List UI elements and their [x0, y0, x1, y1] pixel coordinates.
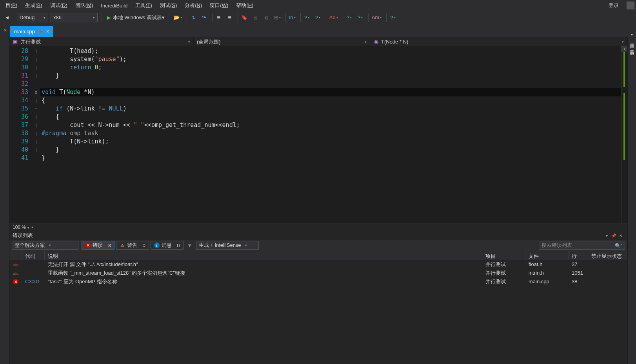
toggle-icon[interactable]: ⊞▾: [273, 13, 282, 22]
play-icon: ▶: [107, 15, 111, 20]
help-5-icon[interactable]: ?▾: [388, 13, 398, 22]
nav-scope-combo[interactable]: (全局范围)▾: [194, 37, 370, 46]
warnings-filter[interactable]: ⚠ 警告 0: [116, 241, 149, 250]
comment-icon[interactable]: ⎘: [251, 13, 260, 22]
help-1-icon[interactable]: ?▾: [302, 13, 312, 22]
step-into-icon[interactable]: ↴: [189, 13, 198, 22]
info-icon: i: [154, 243, 160, 248]
search-icon: 🔍▾: [615, 243, 622, 248]
menu-item[interactable]: 测试(S): [156, 0, 181, 11]
user-avatar[interactable]: [627, 2, 634, 9]
error-row[interactable]: abc无法打开 源 文件 "../../vc/include/float.h"并…: [9, 260, 627, 269]
uncomment-icon[interactable]: ⎗: [262, 13, 271, 22]
error-scope-combo[interactable]: 整个解决方案▾: [12, 241, 78, 250]
menu-item[interactable]: 目(P): [2, 0, 21, 11]
menu-item[interactable]: IncrediBuild: [97, 1, 131, 10]
menu-item[interactable]: 团队(M): [71, 0, 97, 11]
project-icon: ▣: [13, 39, 18, 45]
split-icon[interactable]: ↕: [621, 46, 627, 52]
menu-item[interactable]: 工具(T): [131, 0, 156, 11]
intellisense-icon: abc: [13, 272, 19, 275]
close-all-icon[interactable]: ✕: [2, 27, 9, 34]
error-row[interactable]: ✕C3001"task": 应为 OpenMP 指令名称并行测试main.cpp…: [9, 277, 627, 286]
errors-filter[interactable]: ✕ 错误 3: [82, 241, 114, 250]
config-combo[interactable]: Debug▾: [17, 13, 48, 22]
ad-1-icon[interactable]: Ad▾: [328, 13, 340, 22]
login-link[interactable]: 登录: [605, 0, 623, 11]
pin-icon[interactable]: 📌: [38, 29, 43, 34]
panel-menu-icon[interactable]: ▾: [603, 234, 610, 238]
platform-combo[interactable]: x86▾: [51, 13, 98, 22]
menu-item[interactable]: 调试(D): [46, 0, 71, 11]
error-row[interactable]: abc重载函数 "_mm_stream_load_si128" 的多个实例包含"…: [9, 269, 627, 277]
close-tab-icon[interactable]: ✕: [46, 29, 49, 34]
nav-project-combo[interactable]: ▣ 并行测试▾: [9, 37, 194, 46]
bookmark-icon[interactable]: 🔖: [240, 13, 249, 22]
indent-left-icon[interactable]: ≣: [214, 13, 224, 22]
panel-title: 错误列表: [13, 232, 603, 239]
indent-right-icon[interactable]: ≣: [225, 13, 234, 22]
menubar: 目(P)生成(B)调试(D)团队(M)IncrediBuild工具(T)测试(S…: [0, 0, 636, 11]
filter-icon[interactable]: ▼: [185, 241, 194, 250]
right-tab-properties[interactable]: 属性: [628, 37, 636, 43]
right-dock: 属性 诊断工具: [627, 37, 636, 364]
nav-member-combo[interactable]: ◉ T(Node * N)▾: [370, 37, 627, 46]
panel-close-icon[interactable]: ✕: [617, 234, 624, 238]
warning-icon: ⚠: [120, 243, 125, 248]
error-list-panel: 错误列表 ▾ 📌 ✕ 整个解决方案▾ ✕ 错误 3 ⚠ 警告 0 i: [9, 231, 627, 364]
code-navbar: ▣ 并行测试▾ (全局范围)▾ ◉ T(Node * N)▾: [9, 37, 627, 46]
editor-status-bar: 100 %▾ ◂: [9, 223, 627, 231]
error-search-input[interactable]: 搜索错误列表 🔍▾: [539, 241, 625, 250]
ext-1-icon[interactable]: In▾: [287, 13, 297, 22]
method-icon: ◉: [373, 39, 379, 45]
open-file-icon[interactable]: 📂▾: [172, 13, 184, 22]
step-over-icon[interactable]: ↷: [200, 13, 209, 22]
messages-filter[interactable]: i 消息 0: [151, 241, 184, 250]
toolbar: ◄ Debug▾ x86▾ ▶ 本地 Windows 调试器▾ 📂▾ ↴ ↷ ≣…: [0, 11, 636, 24]
menu-item[interactable]: 窗口(W): [206, 0, 232, 11]
right-tab-diagnostics[interactable]: 诊断工具: [628, 43, 636, 49]
help-2-icon[interactable]: ?▾: [313, 13, 323, 22]
am-icon[interactable]: Am▾: [370, 13, 383, 22]
menu-item[interactable]: 分析(N): [181, 0, 206, 11]
panel-pin-icon[interactable]: 📌: [610, 234, 617, 238]
error-icon: ✕: [13, 279, 18, 284]
nav-back-button[interactable]: ◄: [2, 13, 12, 22]
code-editor[interactable]: 2829303132333435363738394041 ||||⊟|⊟||||…: [9, 46, 627, 223]
error-table-header: 代码 说明 项目 文件 行 禁止显示状态: [9, 251, 627, 260]
tab-main-cpp[interactable]: main.cpp 📌 ✕: [10, 26, 53, 37]
help-4-icon[interactable]: ?▾: [356, 13, 365, 22]
document-tabs: ✕ main.cpp 📌 ✕ ▾: [0, 24, 636, 37]
error-icon: ✕: [85, 243, 91, 248]
menu-item[interactable]: 生成(B): [21, 0, 46, 11]
intellisense-icon: abc: [13, 263, 19, 267]
menu-item[interactable]: 帮助(H): [232, 0, 257, 11]
help-3-icon[interactable]: ?▾: [345, 13, 354, 22]
zoom-combo[interactable]: 100 %▾: [13, 225, 29, 230]
overview-ruler[interactable]: ↕: [621, 46, 627, 223]
left-dock: .: [0, 37, 9, 364]
tab-overflow-icon[interactable]: ▾: [631, 33, 633, 37]
start-debug-button[interactable]: ▶ 本地 Windows 调试器▾: [104, 13, 168, 22]
build-source-combo[interactable]: 生成 + IntelliSense▾: [196, 241, 259, 250]
